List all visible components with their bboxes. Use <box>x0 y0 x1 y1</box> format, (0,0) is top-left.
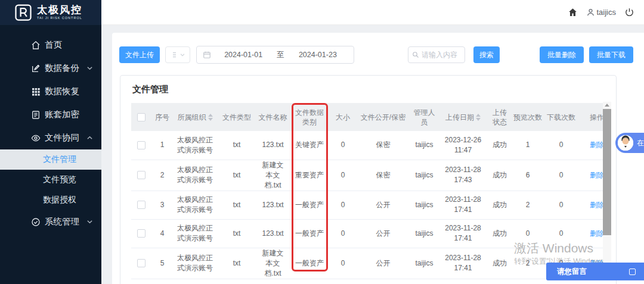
sidebar-item-label: 数据备份 <box>45 63 79 74</box>
table-row: 5 太极风控正式演示账号 txt 新建文本文档.txt 一般资产 0 公开 ta… <box>131 248 604 279</box>
col-header-preview-count: 预览次数 <box>511 103 544 131</box>
col-header-actions: 操作 <box>578 103 604 131</box>
file-table: 序号 所属组织 文件类型 文件名称 文件数据类别 大小 文件公开/保密 管理人员… <box>131 103 604 284</box>
col-header-upload-status: 上传状态 <box>488 103 511 131</box>
search-box <box>408 46 465 63</box>
table-header-row: 序号 所属组织 文件类型 文件名称 文件数据类别 大小 文件公开/保密 管理人员… <box>131 103 604 131</box>
batch-actions: 批量删除 批量下载 <box>540 46 633 63</box>
table-row-partial: 太极风控 <box>131 279 604 284</box>
file-table-card: 文件管理 序号 所属组织 文件类型 <box>120 75 617 284</box>
power-icon[interactable] <box>624 7 634 17</box>
sidebar-item-file-collaboration[interactable]: 文件协同 <box>0 126 101 149</box>
chevron-down-icon <box>179 52 185 58</box>
user-icon <box>586 8 595 17</box>
online-service-label: 在线咨询 <box>637 138 644 148</box>
content-panel: 文件上传 2024-01-01 至 2024-01-23 搜索 批量删除 批量下… <box>112 33 644 284</box>
row-checkbox[interactable] <box>137 229 145 238</box>
sidebar-item-label: 数据恢复 <box>45 86 79 97</box>
toolbar: 文件上传 2024-01-01 至 2024-01-23 搜索 批量删除 批量下… <box>119 46 633 64</box>
date-separator: 至 <box>273 50 288 60</box>
row-checkbox[interactable] <box>137 171 145 179</box>
sidebar-subitem-label: 数据授权 <box>43 195 76 205</box>
eye-icon <box>31 133 41 143</box>
sidebar-subitem-file-preview[interactable]: 文件预览 <box>0 170 101 190</box>
sidebar-subitem-label: 文件预览 <box>43 174 76 185</box>
sidebar-item-label: 系统管理 <box>45 216 79 227</box>
sidebar-item-system-management[interactable]: 系统管理 <box>0 210 101 233</box>
col-header-data-category: 文件数据类别 <box>289 103 330 131</box>
table-title: 文件管理 <box>132 84 605 95</box>
document-icon <box>31 110 41 120</box>
sidebar-item-data-backup[interactable]: 数据备份 <box>0 57 101 80</box>
username: taijics <box>596 8 616 17</box>
list-icon <box>171 51 178 58</box>
row-checkbox[interactable] <box>137 259 145 267</box>
scrollbar-thumb[interactable] <box>603 109 611 235</box>
col-header-size: 大小 <box>330 103 355 131</box>
sort-icon[interactable] <box>208 114 213 121</box>
col-header-access: 文件公开/保密 <box>355 103 411 131</box>
brand-name: 太极风控 <box>37 5 82 15</box>
batch-delete-button[interactable]: 批量删除 <box>540 46 584 63</box>
delete-link[interactable]: 删除 <box>590 171 604 179</box>
edit-icon <box>31 64 41 73</box>
table-row: 4 太极风控正式演示账号 txt 123.txt 一般资产 0 公开 taiji… <box>131 219 604 248</box>
chat-message-label: 请您留言 <box>557 267 587 277</box>
chevron-up-icon <box>86 135 93 141</box>
col-header-manager: 管理人员 <box>411 103 438 131</box>
search-icon <box>412 51 419 58</box>
sidebar-subitem-label: 文件管理 <box>43 154 76 165</box>
sidebar-menu: 首页 数据备份 数据恢复 账套加密 文件协同 文件管理 文件预览 数据授权 <box>0 25 101 233</box>
chat-message-bar[interactable]: 请您留言 <box>546 263 644 280</box>
table-scrollbar[interactable] <box>603 102 611 278</box>
home-icon <box>31 40 41 50</box>
service-agent-avatar <box>618 135 633 151</box>
row-checkbox[interactable] <box>137 201 145 209</box>
date-start-value: 2024-01-01 <box>213 51 273 59</box>
sidebar-item-label: 首页 <box>45 39 62 51</box>
delete-link[interactable]: 删除 <box>590 201 604 209</box>
home-icon[interactable] <box>568 7 578 17</box>
expand-window-icon[interactable] <box>629 269 636 275</box>
sidebar-item-account-encryption[interactable]: 账套加密 <box>0 103 101 126</box>
brand-subtitle: TAI JI RISK CONTROL <box>37 17 82 20</box>
online-service-button[interactable]: 在线咨询 <box>615 133 644 153</box>
chevron-down-icon <box>86 219 93 225</box>
batch-download-button[interactable]: 批量下载 <box>589 46 633 63</box>
list-dropdown-button[interactable] <box>165 46 190 63</box>
table-row: 2 太极风控正式演示账号 txt 新建文本文档.txt 重要资产 0 保密 ta… <box>131 160 604 191</box>
table-row: 3 太极风控正式演示账号 txt 123.txt 一般资产 0 公开 taiji… <box>131 191 604 219</box>
search-input[interactable] <box>422 51 461 59</box>
col-header-index: 序号 <box>151 103 174 131</box>
delete-link[interactable]: 删除 <box>590 141 604 149</box>
user-menu[interactable]: taijics <box>586 8 616 17</box>
topbar: taijics <box>101 0 644 25</box>
col-header-upload-date[interactable]: 上传日期 <box>438 103 488 131</box>
search-button[interactable]: 搜索 <box>473 46 500 63</box>
sort-icon[interactable] <box>476 114 481 121</box>
sidebar-subitem-file-management[interactable]: 文件管理 <box>0 149 101 170</box>
date-end-value: 2024-01-23 <box>288 51 348 59</box>
sidebar: 太极风控 TAI JI RISK CONTROL 首页 数据备份 数据恢复 账套… <box>0 0 101 284</box>
chevron-down-icon <box>86 65 93 71</box>
col-header-organization[interactable]: 所属组织 <box>174 103 216 131</box>
sidebar-item-label: 账套加密 <box>45 109 79 120</box>
scroll-up-icon[interactable] <box>605 104 609 107</box>
file-upload-button[interactable]: 文件上传 <box>119 46 160 63</box>
brand-logo[interactable]: 太极风控 TAI JI RISK CONTROL <box>0 0 101 25</box>
col-header-download-count: 下载次数 <box>544 103 578 131</box>
sidebar-item-home[interactable]: 首页 <box>0 33 101 57</box>
row-checkbox[interactable] <box>137 141 145 149</box>
main-content: 文件上传 2024-01-01 至 2024-01-23 搜索 批量删除 批量下… <box>101 25 644 284</box>
brand-logo-icon <box>14 4 32 21</box>
delete-link[interactable]: 删除 <box>590 229 604 238</box>
sidebar-item-label: 文件协同 <box>45 132 79 143</box>
sidebar-subitem-data-authorization[interactable]: 数据授权 <box>0 190 101 210</box>
sidebar-item-data-restore[interactable]: 数据恢复 <box>0 80 101 103</box>
calendar-icon <box>203 51 211 59</box>
table-row: 1 太极风控正式演示账号 txt 123.txt 关键资产 0 保密 taiji… <box>131 131 604 160</box>
select-all-checkbox[interactable] <box>137 113 145 121</box>
grid-icon <box>31 87 41 96</box>
col-header-file-type: 文件类型 <box>216 103 257 131</box>
date-range-input[interactable]: 2024-01-01 至 2024-01-23 <box>196 46 354 64</box>
